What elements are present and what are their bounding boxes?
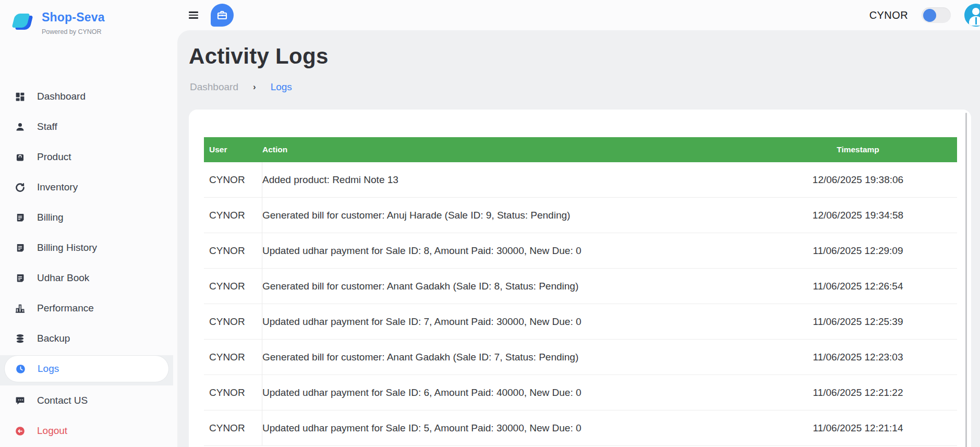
avatar-person-icon — [972, 8, 979, 15]
cell-user: CYNOR — [204, 233, 262, 268]
sidebar-item-logout[interactable]: Logout — [0, 416, 173, 446]
cell-user: CYNOR — [204, 304, 262, 339]
sidebar-item-label: Logout — [37, 425, 67, 437]
sidebar-item-performance[interactable]: Performance — [0, 293, 173, 323]
contact-icon — [15, 395, 26, 406]
sidebar-item-label: Performance — [37, 303, 94, 314]
table-row: CYNOR Added product: Redmi Note 13 12/06… — [204, 162, 957, 198]
staff-icon — [15, 122, 26, 132]
product-icon — [15, 152, 26, 163]
billing-history-icon — [15, 243, 26, 253]
briefcase-button[interactable] — [211, 4, 234, 27]
cell-user: CYNOR — [204, 340, 262, 374]
cell-user: CYNOR — [204, 198, 262, 233]
user-avatar[interactable] — [964, 4, 980, 27]
sidebar-item-label: Inventory — [37, 182, 78, 193]
brand-logo-icon — [13, 13, 34, 33]
cell-timestamp: 11/06/2025 12:21:22 — [759, 387, 957, 398]
cell-action: Updated udhar payment for Sale ID: 6, Am… — [262, 387, 759, 398]
cell-timestamp: 11/06/2025 12:21:14 — [759, 422, 957, 434]
table-row: CYNOR Updated udhar payment for Sale ID:… — [204, 304, 957, 340]
cell-timestamp: 12/06/2025 19:38:06 — [759, 174, 957, 186]
column-header-user: User — [204, 145, 262, 154]
main-content: Activity Logs Dashboard › Logs User Acti… — [177, 30, 980, 447]
sidebar-item-dashboard[interactable]: Dashboard — [0, 81, 173, 112]
cell-action: Added product: Redmi Note 13 — [262, 174, 759, 186]
cell-action: Updated udhar payment for Sale ID: 5, Am… — [262, 422, 759, 434]
cell-timestamp: 11/06/2025 12:25:39 — [759, 316, 957, 328]
billing-icon — [15, 212, 26, 223]
topbar-username: CYNOR — [869, 9, 908, 21]
cell-user: CYNOR — [204, 269, 262, 304]
cell-user: CYNOR — [204, 375, 262, 410]
sidebar-item-label: Backup — [37, 333, 70, 344]
sidebar-item-billing-history[interactable]: Billing History — [0, 233, 173, 263]
sidebar-item-logs[interactable]: Logs — [4, 355, 169, 382]
cell-action: Generated bill for customer: Anant Gadak… — [262, 281, 759, 292]
breadcrumb: Dashboard › Logs — [190, 81, 980, 93]
sidebar-item-label: Logs — [38, 363, 59, 374]
cell-action: Updated udhar payment for Sale ID: 8, Am… — [262, 245, 759, 257]
cell-action: Updated udhar payment for Sale ID: 7, Am… — [262, 316, 759, 328]
table-row: CYNOR Updated udhar payment for Sale ID:… — [204, 375, 957, 410]
toggle-knob — [923, 9, 936, 22]
sidebar-item-billing[interactable]: Billing — [0, 202, 173, 233]
page-title: Activity Logs — [189, 44, 980, 69]
sidebar: Shop-Seva Powered by CYNOR Dashboard Sta… — [0, 0, 173, 447]
logs-icon — [15, 364, 26, 374]
breadcrumb-logs-link[interactable]: Logs — [271, 81, 292, 93]
performance-icon — [15, 303, 26, 314]
cell-user: CYNOR — [204, 162, 262, 197]
breadcrumb-dashboard-link[interactable]: Dashboard — [190, 81, 238, 93]
brand-name: Shop-Seva — [42, 10, 105, 25]
table-row: CYNOR Generated bill for customer: Anant… — [204, 340, 957, 375]
cell-action: Generated bill for customer: Anant Gadak… — [262, 352, 759, 363]
sidebar-item-label: Product — [37, 151, 71, 163]
sidebar-menu: Dashboard Staff Product Inventory — [0, 81, 173, 446]
brand-block[interactable]: Shop-Seva Powered by CYNOR — [0, 0, 173, 35]
table-row: CYNOR Generated bill for customer: Anant… — [204, 269, 957, 304]
cell-timestamp: 11/06/2025 12:23:03 — [759, 352, 957, 363]
udhar-book-icon — [15, 273, 26, 284]
cell-user: CYNOR — [204, 410, 262, 445]
logout-icon — [15, 426, 26, 437]
activity-log-table: User Action Timestamp CYNOR Added produc… — [204, 137, 957, 446]
chevron-right-icon: › — [253, 82, 256, 92]
sidebar-item-label: Udhar Book — [37, 272, 89, 284]
hamburger-menu-icon[interactable] — [189, 11, 198, 19]
backup-icon — [15, 333, 26, 344]
sidebar-item-staff[interactable]: Staff — [0, 112, 173, 142]
column-header-timestamp: Timestamp — [759, 145, 957, 154]
cell-timestamp: 11/06/2025 12:26:54 — [759, 281, 957, 292]
sidebar-item-inventory[interactable]: Inventory — [0, 172, 173, 202]
vertical-scrollbar[interactable] — [965, 113, 967, 447]
sidebar-item-contact-us[interactable]: Contact US — [0, 385, 173, 416]
logs-card: User Action Timestamp CYNOR Added produc… — [189, 110, 971, 447]
sidebar-item-product[interactable]: Product — [0, 142, 173, 172]
sidebar-item-backup[interactable]: Backup — [0, 323, 173, 354]
cell-action: Generated bill for customer: Anuj Harade… — [262, 210, 759, 221]
table-row: CYNOR Updated udhar payment for Sale ID:… — [204, 410, 957, 446]
table-row: CYNOR Updated udhar payment for Sale ID:… — [204, 233, 957, 269]
cell-timestamp: 11/06/2025 12:29:09 — [759, 245, 957, 257]
brand-tagline: Powered by CYNOR — [42, 28, 105, 35]
dashboard-icon — [15, 91, 26, 102]
sidebar-item-udhar-book[interactable]: Udhar Book — [0, 263, 173, 293]
sidebar-item-label: Staff — [37, 121, 57, 132]
sidebar-item-label: Dashboard — [37, 91, 86, 102]
topbar: CYNOR — [173, 0, 980, 30]
table-header-row: User Action Timestamp — [204, 137, 957, 162]
sidebar-item-label: Billing History — [37, 242, 97, 253]
inventory-icon — [15, 182, 26, 193]
theme-toggle[interactable] — [922, 7, 951, 23]
column-header-action: Action — [262, 145, 759, 154]
table-row: CYNOR Generated bill for customer: Anuj … — [204, 198, 957, 233]
briefcase-icon — [216, 9, 228, 21]
sidebar-item-label: Billing — [37, 212, 64, 223]
sidebar-active-stripe: Logs — [0, 355, 173, 385]
sidebar-item-label: Contact US — [37, 395, 88, 406]
cell-timestamp: 12/06/2025 19:34:58 — [759, 210, 957, 221]
